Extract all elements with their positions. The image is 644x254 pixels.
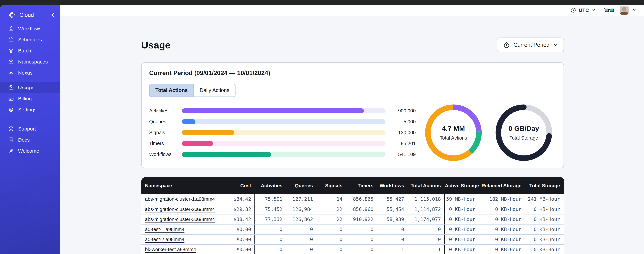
- card-title: Current Period (09/01/2024 — 10/01/2024): [149, 70, 556, 76]
- timezone-selector[interactable]: UTC: [570, 7, 596, 13]
- workflows-icon: [8, 26, 14, 32]
- namespace-link[interactable]: a0-test-1.a98mm4: [145, 227, 184, 232]
- sidebar-item-welcome[interactable]: Welcome: [0, 146, 60, 156]
- period-selector-button[interactable]: Current Period: [497, 38, 564, 52]
- header-cell: Workflows: [377, 183, 408, 188]
- bar-row-timers: Timers 85,201: [149, 138, 416, 149]
- value-cell: $29.32: [228, 206, 254, 212]
- bar-row-signals: Signals 130,000: [149, 127, 416, 138]
- namespace-cell: abs-migration-cluster-1.a98mm4: [141, 196, 228, 202]
- value-cell: 127,211: [286, 196, 316, 202]
- value-cell: 1: [377, 247, 408, 252]
- sidebar-item-billing[interactable]: Billing: [0, 93, 60, 104]
- value-cell: 182 MB-Hour: [479, 196, 525, 202]
- sidebar-group-help: Support Docs We: [0, 122, 60, 159]
- total-storage-donut: 0 GB/Day Total Storage: [493, 102, 555, 164]
- nexus-asterisk-icon: [8, 70, 14, 76]
- value-cell: 75,452: [255, 206, 286, 212]
- table-row: bk-worker-test.a98mm4$0.000000110 KB-Hou…: [141, 244, 564, 254]
- page-title: Usage: [141, 39, 497, 50]
- header-cell: Retained Storage: [479, 183, 525, 188]
- value-cell: 75,501: [255, 196, 286, 202]
- settings-gear-icon: [8, 107, 14, 113]
- page-content: Usage Current Period Current Period (09/…: [60, 16, 644, 254]
- stopwatch-icon: [503, 41, 510, 48]
- header-cell: Signals: [316, 183, 346, 188]
- sidebar-item-docs[interactable]: Docs: [0, 134, 60, 146]
- sidebar-item-usage[interactable]: Usage: [0, 82, 60, 93]
- namespace-link[interactable]: abs-migration-cluster-2.a98mm4: [145, 206, 215, 212]
- value-cell: 0 KB-Hour: [525, 226, 564, 232]
- total-actions-donut: 4.7 MM Total Actions: [422, 102, 484, 164]
- value-cell: 0 KB-Hour: [525, 206, 564, 212]
- chevron-down-icon: [553, 42, 558, 48]
- clock-icon: [570, 7, 576, 13]
- sidebar-item-namespaces[interactable]: Namespaces: [0, 56, 60, 67]
- namespace-link[interactable]: abs-migration-cluster-1.a98mm4: [145, 196, 215, 202]
- value-cell: 1: [408, 247, 444, 252]
- value-cell: 0: [346, 226, 377, 232]
- value-cell: 22: [316, 206, 346, 212]
- main-area: UTC Usage: [60, 5, 644, 254]
- header-cell: Queries: [286, 183, 316, 188]
- value-cell: 0 KB-Hour: [479, 226, 525, 232]
- usage-gauge-icon: [8, 84, 14, 91]
- value-cell: 0: [316, 236, 346, 242]
- value-cell: 910,922: [346, 216, 377, 222]
- table-row: abs-migration-cluster-3.a98mm4$38.4277,3…: [141, 214, 564, 224]
- value-cell: 0: [255, 247, 286, 252]
- account-menu-chevron-icon[interactable]: [632, 8, 637, 12]
- value-cell: 0: [346, 236, 377, 242]
- sidebar-item-support[interactable]: Support: [0, 123, 60, 134]
- usage-summary-card: Current Period (09/01/2024 — 10/01/2024)…: [141, 62, 564, 168]
- value-cell: 77,332: [255, 216, 286, 222]
- value-cell: 55,427: [377, 196, 408, 202]
- actions-bar-chart: Activities 900,000 Queries 5,000 Signals: [149, 106, 416, 168]
- support-lifebuoy-icon: [8, 126, 14, 132]
- sidebar-item-settings[interactable]: Settings: [0, 104, 60, 115]
- value-cell: 1,114,872: [408, 206, 444, 212]
- value-cell: 0 KB-Hour: [445, 226, 479, 232]
- value-cell: 0 KB-Hour: [445, 247, 479, 252]
- namespace-link[interactable]: bk-worker-test.a98mm4: [145, 247, 196, 252]
- bar-row-queries: Queries 5,000: [149, 116, 416, 127]
- tab-total-actions[interactable]: Total Actions: [150, 84, 194, 96]
- value-cell: 0: [316, 247, 346, 252]
- value-cell: 0 KB-Hour: [525, 236, 564, 242]
- sidebar-item-schedules[interactable]: Schedules: [0, 34, 60, 45]
- labs-glasses-icon[interactable]: [604, 7, 614, 13]
- collapse-sidebar-icon[interactable]: [50, 12, 55, 18]
- value-cell: $0.00: [228, 226, 254, 232]
- value-cell: 14: [316, 196, 346, 202]
- tab-daily-actions[interactable]: Daily Actions: [194, 84, 235, 96]
- temporal-logo-icon: [8, 11, 16, 18]
- namespace-link[interactable]: abs-migration-cluster-3.a98mm4: [145, 217, 215, 222]
- value-cell: 0: [286, 236, 316, 242]
- table-row: abs-migration-cluster-2.a98mm4$29.3275,4…: [141, 204, 564, 214]
- total-actions-label: Total Actions: [440, 135, 467, 141]
- value-cell: 1,115,018: [408, 196, 444, 202]
- value-cell: 58,939: [377, 216, 408, 222]
- value-cell: 59 MB-Hour: [445, 196, 479, 202]
- sidebar-item-workflows[interactable]: Workflows: [0, 23, 60, 34]
- value-cell: 126,862: [286, 216, 316, 222]
- sidebar-item-batch[interactable]: Batch: [0, 45, 60, 56]
- header-cell: Total Storage: [525, 183, 564, 188]
- header-cell: Timers: [346, 183, 377, 188]
- value-cell: 0 KB-Hour: [445, 206, 479, 212]
- header-cell: Namespace: [141, 183, 228, 188]
- value-cell: 0: [255, 236, 286, 242]
- namespaces-cube-icon: [8, 59, 14, 65]
- value-cell: 0: [377, 236, 408, 242]
- value-cell: 0 KB-Hour: [525, 216, 564, 222]
- header-cell: Activities: [255, 183, 286, 188]
- header-cell: Cost: [228, 183, 254, 188]
- namespace-cell: abs-migration-cluster-3.a98mm4: [141, 217, 228, 222]
- sidebar-group-account: Usage Billing Settings: [0, 81, 60, 118]
- sidebar-item-nexus[interactable]: Nexus: [0, 67, 60, 78]
- value-cell: 0: [255, 226, 286, 232]
- value-cell: 1,174,077: [408, 216, 444, 222]
- namespace-link[interactable]: a0-test-2.a98mm4: [145, 237, 184, 242]
- brand-row[interactable]: Cloud: [0, 8, 60, 22]
- user-avatar[interactable]: [620, 6, 628, 14]
